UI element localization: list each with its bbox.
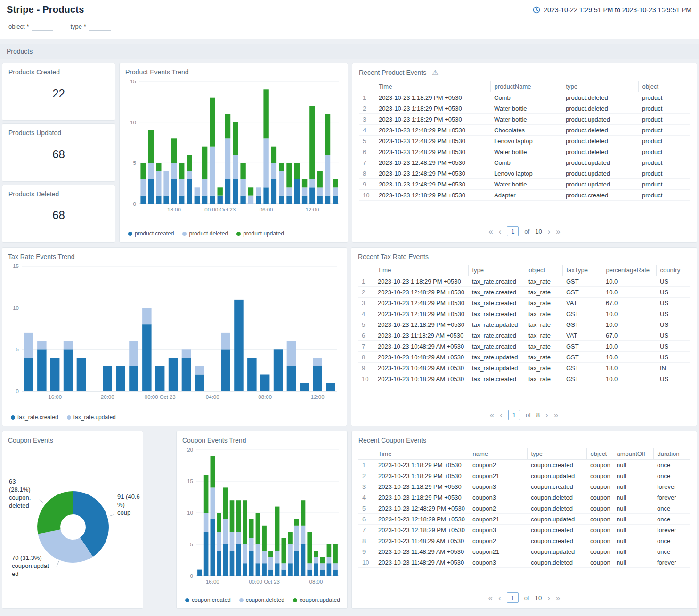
row-index: 9 xyxy=(359,179,375,190)
legend-item[interactable]: product.created xyxy=(128,230,174,237)
table-cell: once xyxy=(653,514,690,525)
table-row: 12023-10-23 1:18:29 PM +0530coupon2coupo… xyxy=(358,460,690,470)
table-cell: forever xyxy=(653,481,690,492)
table-cell: 2023-10-23 12:48:29 PM +0530 xyxy=(375,146,490,157)
table-cell: GST xyxy=(562,319,602,330)
first-page-button[interactable]: « xyxy=(488,227,493,235)
legend-item[interactable]: product.updated xyxy=(236,230,284,237)
column-header[interactable]: object xyxy=(638,81,690,92)
column-header[interactable]: type xyxy=(468,265,525,276)
coupon-events-trend-chart[interactable]: 0510152016:0000:00 Oct 2308:00 xyxy=(182,446,341,596)
column-header[interactable]: name xyxy=(469,448,527,460)
table-row: 22023-10-23 12:48:29 PM +0530tax_rate.cr… xyxy=(358,287,690,298)
next-page-button[interactable]: › xyxy=(545,411,548,419)
column-header[interactable]: country xyxy=(656,265,690,276)
column-header[interactable]: type xyxy=(562,81,638,92)
panel-title: Recent Product Events xyxy=(359,69,426,76)
column-header[interactable]: object xyxy=(586,448,613,460)
legend-item[interactable]: tax_rate.updated xyxy=(67,414,116,421)
table-cell: coupon2 xyxy=(469,503,527,514)
table-row: 82023-10-23 12:48:29 PM +0530Lenovo lapt… xyxy=(359,168,690,179)
table-row: 102023-10-23 10:18:29 AM +0530tax_rate.c… xyxy=(358,373,690,384)
last-page-button[interactable]: » xyxy=(556,594,560,602)
prev-page-button[interactable]: ‹ xyxy=(498,594,501,602)
legend-item[interactable]: product.deleted xyxy=(182,230,228,237)
legend-dot-icon xyxy=(67,415,71,420)
svg-text:15: 15 xyxy=(130,79,136,84)
row-index: 1 xyxy=(358,276,374,287)
table-cell: product xyxy=(638,179,690,190)
last-page-button[interactable]: » xyxy=(554,411,558,419)
tax-rate-events-trend-svg: 05101516:0020:0000:00 Oct 2304:0008:0012… xyxy=(8,262,340,403)
column-header[interactable]: taxType xyxy=(562,265,602,276)
column-header[interactable]: type xyxy=(527,448,586,460)
next-page-button[interactable]: › xyxy=(547,594,550,602)
table-cell: coupon.deleted xyxy=(527,557,586,568)
last-page-button[interactable]: » xyxy=(556,227,560,235)
chart-legend: tax_rate.createdtax_rate.updated xyxy=(8,413,341,423)
tax-rate-events-trend-chart[interactable]: 05101516:0020:0000:00 Oct 2304:0008:0012… xyxy=(8,262,341,413)
next-page-button[interactable]: › xyxy=(548,227,551,235)
column-header[interactable]: productName xyxy=(490,81,562,92)
filter-type-label: type xyxy=(70,23,82,31)
column-header[interactable]: percentageRate xyxy=(602,265,656,276)
table-cell: product xyxy=(638,168,690,179)
table-row: 12023-10-23 1:18:29 PM +0530tax_rate.cre… xyxy=(358,276,690,287)
column-header-index xyxy=(358,448,374,460)
warning-icon[interactable]: ⚠ xyxy=(432,68,438,77)
row-index: 2 xyxy=(358,287,374,298)
row-index: 10 xyxy=(358,557,374,568)
current-page[interactable]: 1 xyxy=(507,592,519,603)
svg-text:0: 0 xyxy=(16,389,19,394)
table-cell: IN xyxy=(656,363,690,373)
column-header[interactable]: Time xyxy=(374,448,469,460)
table-cell: 2023-10-23 12:18:29 PM +0530 xyxy=(374,308,468,319)
panel-title: Recent Tax Rate Events xyxy=(358,253,429,260)
column-header[interactable]: Time xyxy=(375,81,490,92)
table-cell: tax_rate xyxy=(525,308,562,319)
current-page[interactable]: 1 xyxy=(508,410,520,420)
column-header[interactable]: duration xyxy=(653,448,690,460)
table-cell: 2023-10-23 1:18:29 PM +0530 xyxy=(375,114,490,125)
table-cell: null xyxy=(613,481,653,492)
product-events-trend-chart[interactable]: 05101518:0000:00 Oct 2306:0012:00 xyxy=(125,78,342,229)
legend-item[interactable]: coupon.created xyxy=(185,597,231,603)
panel-title: Product Events Trend xyxy=(125,68,342,76)
table-cell: 2023-10-23 12:18:29 PM +0530 xyxy=(375,190,490,201)
table-cell: 2023-10-23 12:18:29 PM +0530 xyxy=(374,525,469,535)
filter-type-input[interactable] xyxy=(89,23,111,31)
table-cell: 10.0 xyxy=(602,287,656,298)
legend-item[interactable]: coupon.deleted xyxy=(239,597,284,603)
legend-item[interactable]: coupon.updated xyxy=(293,597,340,603)
table-cell: null xyxy=(613,470,653,481)
current-page[interactable]: 1 xyxy=(507,226,519,236)
first-page-button[interactable]: « xyxy=(490,411,494,419)
first-page-button[interactable]: « xyxy=(488,594,493,602)
table-cell: Lenovo laptop xyxy=(490,136,562,146)
table-cell: 2023-10-23 1:18:29 PM +0530 xyxy=(375,103,490,114)
column-header[interactable]: amountOff xyxy=(613,448,653,460)
legend-item[interactable]: tax_rate.created xyxy=(11,414,58,421)
filter-object-input[interactable] xyxy=(32,23,53,31)
section-header-products[interactable]: Products xyxy=(0,44,699,59)
prev-page-button[interactable]: ‹ xyxy=(499,227,502,235)
table-cell: product xyxy=(638,190,690,201)
table-cell: coupon xyxy=(586,460,613,470)
prev-page-button[interactable]: ‹ xyxy=(500,411,503,419)
column-header[interactable]: object xyxy=(525,265,562,276)
table-row: 32023-10-23 12:48:29 PM +0530tax_rate.cr… xyxy=(358,298,690,308)
pagination-of-label: of xyxy=(524,228,529,235)
svg-text:0: 0 xyxy=(190,573,193,579)
chart-legend: product.createdproduct.deletedproduct.up… xyxy=(125,229,342,239)
svg-text:12:00: 12:00 xyxy=(311,394,325,400)
table-row: 72023-10-23 12:18:29 PM +0530coupon3coup… xyxy=(358,525,690,535)
legend-dot-icon xyxy=(185,598,189,602)
column-header[interactable]: Time xyxy=(374,265,468,276)
table-row: 82023-10-23 10:48:29 AM +0530tax_rate.up… xyxy=(358,352,690,363)
table-cell: 2023-10-23 1:18:29 PM +0530 xyxy=(374,276,468,287)
table-cell: 2023-10-23 12:48:29 PM +0530 xyxy=(375,125,490,136)
table-cell: 2023-10-23 12:48:29 PM +0530 xyxy=(375,179,490,190)
svg-text:06:00: 06:00 xyxy=(260,207,273,212)
table-cell: 2023-10-23 1:18:29 PM +0530 xyxy=(374,460,469,470)
time-range-picker[interactable]: 2023-10-22 1:29:51 PM to 2023-10-23 1:29… xyxy=(533,6,691,14)
